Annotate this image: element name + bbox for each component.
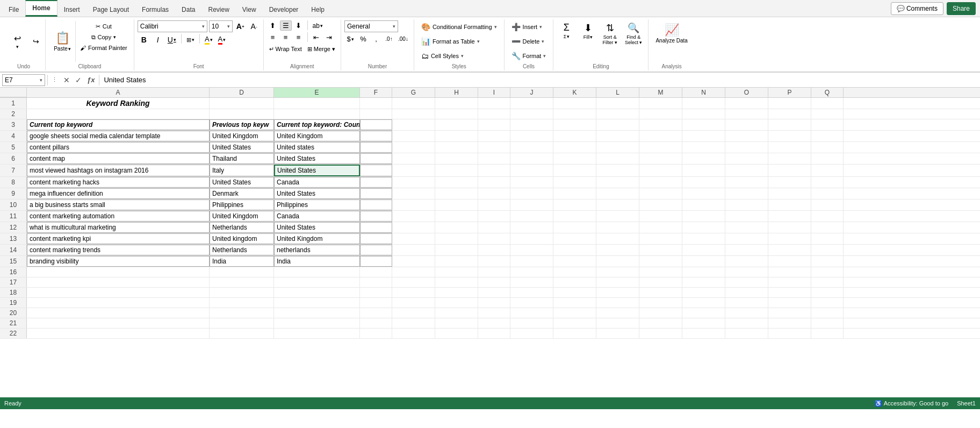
tab-developer[interactable]: Developer (263, 3, 305, 17)
cell-F14[interactable] (360, 245, 392, 255)
cell-G15[interactable] (392, 256, 435, 267)
cell-P20[interactable] (768, 308, 811, 318)
cell-G6[interactable] (392, 153, 435, 164)
cell-F18[interactable] (360, 288, 392, 297)
cell-L7[interactable] (596, 165, 639, 176)
cell-L10[interactable] (596, 199, 639, 210)
row-header-17[interactable]: 17 (0, 277, 27, 287)
cell-A4[interactable]: google sheets social media calendar temp… (27, 131, 210, 141)
cell-K9[interactable] (553, 188, 596, 199)
row-header-22[interactable]: 22 (0, 329, 27, 338)
cell-Q13[interactable] (811, 233, 844, 244)
grow-font-button[interactable]: A+ (234, 21, 247, 32)
cell-N1[interactable] (682, 98, 725, 109)
cell-N17[interactable] (682, 277, 725, 287)
cell-K12[interactable] (553, 222, 596, 233)
cell-G21[interactable] (392, 318, 435, 328)
cell-E18[interactable] (274, 288, 360, 297)
cell-A20[interactable] (27, 308, 210, 318)
cell-L8[interactable] (596, 177, 639, 188)
cell-J11[interactable] (510, 211, 553, 222)
cell-P2[interactable] (768, 109, 811, 119)
cell-L5[interactable] (596, 142, 639, 153)
insert-function-button[interactable]: ƒx (85, 75, 97, 85)
col-header-K[interactable]: K (553, 88, 596, 97)
cell-A5[interactable]: content pillars (27, 142, 210, 153)
cell-D13[interactable]: United kingdom (210, 233, 274, 244)
cell-O22[interactable] (725, 329, 768, 338)
cell-A22[interactable] (27, 329, 210, 338)
cell-Q2[interactable] (811, 109, 844, 119)
cell-Q4[interactable] (811, 131, 844, 141)
bottom-align-button[interactable]: ⬇ (293, 20, 305, 31)
col-header-H[interactable]: H (435, 88, 478, 97)
cell-M2[interactable] (639, 109, 682, 119)
cell-J7[interactable] (510, 165, 553, 176)
cell-J13[interactable] (510, 233, 553, 244)
cell-L4[interactable] (596, 131, 639, 141)
cell-F3[interactable] (360, 119, 392, 130)
cell-K19[interactable] (553, 298, 596, 308)
cell-F1[interactable] (360, 98, 392, 109)
delete-button[interactable]: ➖ Delete ▾ (508, 35, 549, 48)
cell-I1[interactable] (478, 98, 510, 109)
cell-P17[interactable] (768, 277, 811, 287)
insert-button[interactable]: ➕ Insert ▾ (508, 20, 546, 33)
orientation-button[interactable]: ab▾ (311, 21, 325, 31)
analyze-data-button[interactable]: 📈 Analyze Data (652, 20, 691, 46)
cell-E21[interactable] (274, 318, 360, 328)
cell-G12[interactable] (392, 222, 435, 233)
format-as-table-button[interactable]: 📊 Format as Table ▾ (417, 35, 484, 48)
cell-P6[interactable] (768, 153, 811, 164)
cell-P18[interactable] (768, 288, 811, 297)
cell-Q11[interactable] (811, 211, 844, 222)
number-format-selector[interactable]: General ▾ (344, 20, 398, 32)
tab-help[interactable]: Help (305, 3, 331, 17)
cell-K11[interactable] (553, 211, 596, 222)
cell-F22[interactable] (360, 329, 392, 338)
cell-H15[interactable] (435, 256, 478, 267)
cell-M21[interactable] (639, 318, 682, 328)
copy-button[interactable]: ⧉ Copy ▾ (78, 32, 129, 42)
cell-G10[interactable] (392, 199, 435, 210)
cell-P22[interactable] (768, 329, 811, 338)
cell-G5[interactable] (392, 142, 435, 153)
paste-button[interactable]: 📋 Paste ▾ (49, 20, 76, 62)
cell-I11[interactable] (478, 211, 510, 222)
cell-N20[interactable] (682, 308, 725, 318)
cell-J1[interactable] (510, 98, 553, 109)
cell-D9[interactable]: Denmark (210, 188, 274, 199)
cell-A13[interactable]: content marketing kpi (27, 233, 210, 244)
cell-E1[interactable] (274, 98, 360, 109)
cell-N21[interactable] (682, 318, 725, 328)
cell-L21[interactable] (596, 318, 639, 328)
cell-G13[interactable] (392, 233, 435, 244)
borders-button[interactable]: ⊞▾ (184, 35, 197, 45)
cell-G2[interactable] (392, 109, 435, 119)
cell-K17[interactable] (553, 277, 596, 287)
cell-P5[interactable] (768, 142, 811, 153)
col-header-M[interactable]: M (639, 88, 682, 97)
cell-O4[interactable] (725, 131, 768, 141)
cell-I8[interactable] (478, 177, 510, 188)
cell-M20[interactable] (639, 308, 682, 318)
cell-K15[interactable] (553, 256, 596, 267)
cell-O17[interactable] (725, 277, 768, 287)
row-header-3[interactable]: 3 (0, 119, 27, 130)
cell-O9[interactable] (725, 188, 768, 199)
comma-button[interactable]: , (370, 34, 382, 44)
cell-styles-button[interactable]: 🗂 Cell Styles ▾ (417, 49, 467, 62)
cell-L2[interactable] (596, 109, 639, 119)
cell-L1[interactable] (596, 98, 639, 109)
cell-E14[interactable]: netherlands (274, 245, 360, 255)
sort-filter-button[interactable]: ⇅ Sort &Filter ▾ (600, 20, 620, 47)
cell-N19[interactable] (682, 298, 725, 308)
cell-G7[interactable] (392, 165, 435, 176)
row-header-13[interactable]: 13 (0, 233, 27, 244)
cell-J9[interactable] (510, 188, 553, 199)
cell-O1[interactable] (725, 98, 768, 109)
cell-J19[interactable] (510, 298, 553, 308)
share-button[interactable]: Share (947, 2, 976, 15)
cell-D14[interactable]: Netherlands (210, 245, 274, 255)
cell-I15[interactable] (478, 256, 510, 267)
